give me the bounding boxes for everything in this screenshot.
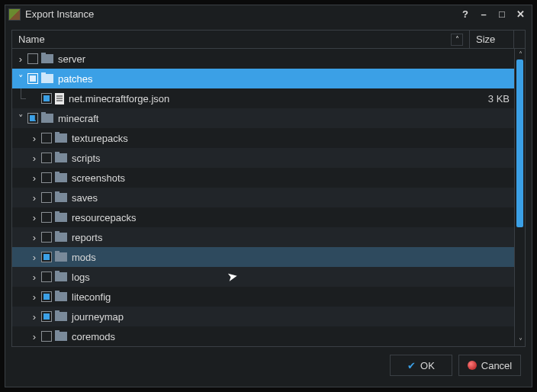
tree-row[interactable]: ›logs bbox=[12, 267, 514, 287]
tree-row-label: liteconfig bbox=[72, 291, 471, 303]
tree-body-wrap: ›server˅patchesnet.minecraftforge.json3 … bbox=[12, 49, 525, 346]
checkbox[interactable] bbox=[27, 113, 38, 124]
tree-row-label: resourcepacks bbox=[72, 212, 471, 223]
checkbox[interactable] bbox=[41, 291, 52, 302]
chevron-right-icon[interactable]: › bbox=[29, 272, 40, 283]
chevron-right-icon[interactable]: › bbox=[29, 133, 40, 144]
tree-row-label: texturepacks bbox=[72, 133, 471, 144]
folder-icon bbox=[55, 213, 67, 222]
tree-row-label: coremods bbox=[72, 331, 471, 342]
folder-icon bbox=[55, 233, 67, 242]
chevron-right-icon[interactable]: › bbox=[29, 232, 40, 243]
tree-row[interactable]: ›texturepacks bbox=[12, 128, 514, 148]
help-button[interactable]: ? bbox=[457, 7, 474, 22]
chevron-right-icon[interactable]: › bbox=[29, 153, 40, 164]
chevron-down-icon[interactable]: ˅ bbox=[15, 113, 26, 124]
checkbox[interactable] bbox=[41, 252, 52, 262]
tree-row-label: screenshots bbox=[72, 172, 471, 184]
vertical-scrollbar[interactable]: ˄ ˅ bbox=[514, 49, 525, 346]
checkbox[interactable] bbox=[27, 73, 38, 84]
chevron-right-icon[interactable]: › bbox=[15, 53, 26, 65]
content-area: Name ˄ Size ›server˅patchesnet.minecraft… bbox=[5, 24, 532, 387]
checkbox[interactable] bbox=[41, 311, 52, 322]
cancel-button[interactable]: Cancel bbox=[458, 355, 521, 376]
chevron-right-icon[interactable]: › bbox=[29, 252, 40, 263]
chevron-right-icon[interactable]: › bbox=[29, 172, 40, 184]
window-title: Export Instance bbox=[25, 8, 455, 20]
chevron-right-icon[interactable]: › bbox=[29, 331, 40, 342]
folder-icon bbox=[55, 252, 67, 262]
tree-row[interactable]: ›mods bbox=[12, 247, 514, 267]
tree-row[interactable]: ›liteconfig bbox=[12, 287, 514, 307]
tree-row-label: reports bbox=[72, 232, 471, 243]
close-button[interactable]: ✕ bbox=[512, 7, 529, 22]
tree-row[interactable]: ›scripts bbox=[12, 148, 514, 168]
tree-row-label: mods bbox=[72, 252, 471, 263]
folder-icon bbox=[55, 153, 67, 162]
column-name-label: Name bbox=[18, 34, 45, 45]
scroll-down-icon[interactable]: ˅ bbox=[515, 336, 525, 346]
tree-row-label: net.minecraftforge.json bbox=[69, 93, 471, 104]
cancel-icon bbox=[468, 361, 477, 370]
ok-button[interactable]: ✔ OK bbox=[390, 355, 452, 376]
folder-icon bbox=[55, 133, 67, 143]
file-icon bbox=[55, 93, 64, 104]
checkbox[interactable] bbox=[41, 232, 52, 243]
checkbox[interactable] bbox=[41, 93, 52, 104]
folder-icon bbox=[55, 312, 67, 321]
chevron-down-icon[interactable]: ˅ bbox=[15, 73, 26, 85]
minimize-button[interactable]: – bbox=[475, 7, 492, 22]
chevron-right-icon[interactable]: › bbox=[29, 311, 40, 323]
checkbox[interactable] bbox=[41, 192, 52, 203]
tree-row[interactable]: ›journeymap bbox=[12, 307, 514, 326]
tree-row[interactable]: ›coremods bbox=[12, 326, 514, 346]
chevron-right-icon[interactable]: › bbox=[29, 212, 40, 223]
tree-row[interactable]: net.minecraftforge.json3 KB bbox=[12, 88, 514, 108]
tree-row-label: saves bbox=[72, 192, 471, 204]
tree-row-size: 3 KB bbox=[471, 93, 510, 104]
checkbox[interactable] bbox=[41, 331, 52, 342]
tree-row-label: server bbox=[58, 53, 471, 65]
chevron-right-icon[interactable]: › bbox=[29, 192, 40, 204]
column-name[interactable]: Name ˄ bbox=[12, 31, 470, 49]
tree-row-label: scripts bbox=[72, 153, 471, 164]
tree-row-label: patches bbox=[58, 73, 471, 85]
column-size[interactable]: Size bbox=[470, 31, 514, 49]
ok-button-label: OK bbox=[420, 360, 435, 371]
folder-icon bbox=[55, 332, 67, 341]
tree-row-label: logs bbox=[72, 272, 471, 283]
chevron-right-icon[interactable]: › bbox=[29, 291, 40, 303]
folder-icon bbox=[55, 173, 67, 182]
tree-row-label: journeymap bbox=[72, 311, 471, 323]
tree-header: Name ˄ Size bbox=[12, 31, 525, 49]
tree-row[interactable]: ›reports bbox=[12, 227, 514, 247]
maximize-button[interactable]: □ bbox=[494, 7, 510, 22]
checkbox[interactable] bbox=[41, 153, 52, 163]
scroll-up-icon[interactable]: ˄ bbox=[515, 49, 525, 59]
tree-row[interactable]: ˅minecraft bbox=[12, 108, 514, 128]
app-icon bbox=[8, 8, 21, 21]
tree-row-label: minecraft bbox=[58, 113, 471, 124]
folder-icon bbox=[41, 74, 53, 83]
titlebar: Export Instance ? – □ ✕ bbox=[5, 5, 532, 24]
scrollbar-thumb[interactable] bbox=[516, 59, 523, 227]
tree-row[interactable]: ›server bbox=[12, 49, 514, 69]
checkbox[interactable] bbox=[41, 212, 52, 223]
tree-row[interactable]: ˅patches bbox=[12, 69, 514, 88]
checkbox[interactable] bbox=[41, 133, 52, 143]
folder-icon bbox=[41, 54, 53, 63]
tree-row[interactable]: ›screenshots bbox=[12, 168, 514, 188]
tree-row[interactable]: ›resourcepacks bbox=[12, 207, 514, 227]
checkbox[interactable] bbox=[41, 172, 52, 183]
sort-indicator-icon[interactable]: ˄ bbox=[451, 34, 463, 46]
checkbox[interactable] bbox=[41, 272, 52, 282]
folder-icon bbox=[55, 272, 67, 281]
tree-body[interactable]: ›server˅patchesnet.minecraftforge.json3 … bbox=[12, 49, 514, 346]
column-size-label: Size bbox=[476, 34, 495, 45]
checkbox[interactable] bbox=[27, 53, 38, 64]
folder-icon bbox=[55, 193, 67, 202]
folder-icon bbox=[41, 114, 53, 123]
cancel-button-label: Cancel bbox=[481, 360, 512, 371]
file-tree: Name ˄ Size ›server˅patchesnet.minecraft… bbox=[11, 30, 526, 347]
tree-row[interactable]: ›saves bbox=[12, 188, 514, 207]
